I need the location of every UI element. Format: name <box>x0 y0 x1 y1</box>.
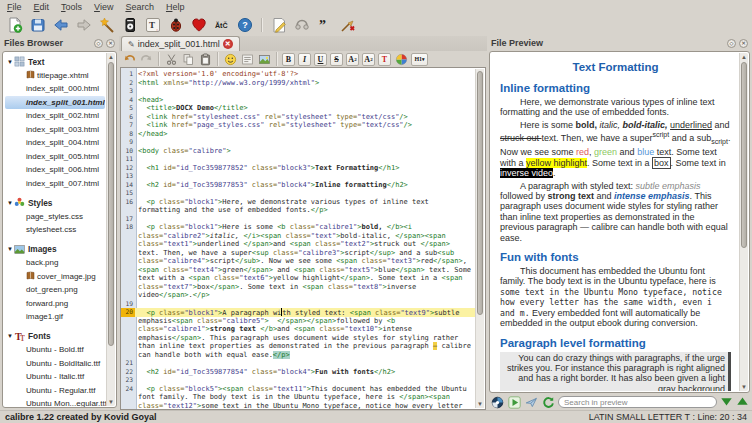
code-line: text. Then, we have a super<sup class="c… <box>121 249 475 258</box>
main-area: Files Browser ◇ ✕ ▼Texttitlepage.xhtmlin… <box>0 36 752 410</box>
spell-check-icon[interactable]: ĂtČ <box>213 16 230 33</box>
code-line: <span class="text4">green</span> and <sp… <box>121 266 475 275</box>
reload-icon[interactable] <box>541 395 555 409</box>
code-editor[interactable]: 1<?xml version='1.0' encoding='utf-8'?>2… <box>120 67 486 410</box>
file-item[interactable]: index_split_001.html <box>5 96 105 110</box>
find-previous-icon[interactable] <box>736 395 749 410</box>
expand-arrow-icon[interactable]: ▼ <box>7 333 14 339</box>
file-item-label: Ubuntu - BoldItalic.ttf <box>26 359 100 368</box>
file-item[interactable]: dot_green.png <box>3 283 116 297</box>
file-item[interactable]: back.png <box>3 256 116 270</box>
editor-scrollbar[interactable]: ▼ <box>475 69 484 408</box>
menu-search[interactable]: Search <box>125 2 154 12</box>
file-item[interactable]: index_split_007.html <box>3 177 116 191</box>
smarten-punctuation-icon[interactable]: ” <box>316 16 333 33</box>
file-item[interactable]: forward.png <box>3 297 116 311</box>
superscript-icon[interactable]: A2 <box>346 53 359 66</box>
file-item[interactable]: Ubuntu - Italic.ttf <box>3 370 116 384</box>
file-preview-dock: File Preview ◇ ✕ Text FormattingInline f… <box>487 36 752 410</box>
menu-help[interactable]: Help <box>166 2 185 12</box>
editor-tab[interactable]: ✎ index_split_001.html ✕ <box>121 36 240 51</box>
expand-arrow-icon[interactable]: ▼ <box>7 200 14 206</box>
preview-search-input[interactable]: Search in preview <box>558 396 717 408</box>
text-color-icon[interactable]: T <box>378 53 391 66</box>
menu-view[interactable]: View <box>94 2 113 12</box>
background-color-icon[interactable] <box>394 53 408 66</box>
float-panel-button[interactable]: ◇ <box>94 39 103 48</box>
file-item[interactable]: stylesheet.css <box>3 223 116 237</box>
insert-character-icon[interactable] <box>223 53 237 66</box>
copy-icon[interactable] <box>181 53 195 66</box>
italic-icon[interactable]: I <box>298 53 311 66</box>
redo-icon[interactable] <box>139 53 153 66</box>
reports-icon[interactable] <box>293 16 310 33</box>
images-category-icon <box>14 244 25 255</box>
file-item[interactable]: index_split_005.html <box>3 150 116 164</box>
file-item[interactable]: cover_image.jpg <box>3 270 116 284</box>
float-panel-button[interactable]: ◇ <box>727 39 736 48</box>
expand-arrow-icon[interactable]: ▼ <box>7 246 14 252</box>
category-fonts[interactable]: ▼TTFonts <box>3 330 116 344</box>
file-item[interactable]: Ubuntu - Bold.ttf <box>3 343 116 357</box>
file-item[interactable]: Ubuntu - Regular.ttf <box>3 384 116 398</box>
file-item[interactable]: Ubuntu - BoldItalic.ttf <box>3 357 116 371</box>
expand-arrow-icon[interactable]: ▼ <box>7 59 14 65</box>
menu-file[interactable]: File <box>7 2 22 12</box>
heading-style-icon[interactable]: H1▾ <box>411 53 428 66</box>
auto-reload-icon[interactable] <box>490 395 504 409</box>
close-tab-icon[interactable]: ✕ <box>223 39 233 49</box>
file-item[interactable]: Ubuntu Mon...egular.ttf <box>3 397 116 408</box>
preview-heading: Paragraph level formatting <box>500 337 731 350</box>
category-images[interactable]: ▼Images <box>3 243 116 257</box>
files-tree-scrollbar[interactable]: ▲ ▼ <box>106 53 115 406</box>
beautify-wand-icon[interactable] <box>98 16 115 33</box>
find-next-icon[interactable] <box>720 395 733 410</box>
file-item[interactable]: titlepage.xhtml <box>3 69 116 83</box>
font-embed-icon[interactable]: T, <box>144 16 161 33</box>
file-item[interactable]: index_split_000.html <box>3 82 116 96</box>
file-item[interactable]: index_split_004.html <box>3 136 116 150</box>
menu-edit[interactable]: Edit <box>34 2 50 12</box>
statusbar-cursor-info: LATIN SMALL LETTER T : Line: 20 : 34 <box>589 412 747 422</box>
paste-icon[interactable] <box>198 53 212 66</box>
cut-icon[interactable] <box>164 53 178 66</box>
underline-icon[interactable]: U <box>314 53 327 66</box>
save-icon[interactable] <box>29 16 46 33</box>
remove-unused-css-icon[interactable] <box>339 16 356 33</box>
category-text[interactable]: ▼Text <box>3 55 116 69</box>
code-line: class="text1">underlined </span>and <spa… <box>121 240 475 249</box>
file-item[interactable]: image1.gif <box>3 310 116 324</box>
check-book-icon[interactable] <box>167 16 184 33</box>
insert-image-icon[interactable] <box>257 53 271 66</box>
file-item[interactable]: index_split_006.html <box>3 163 116 177</box>
insert-special-character-icon[interactable] <box>270 16 287 33</box>
help-icon[interactable]: ? <box>236 16 253 33</box>
code-line: 1<?xml version='1.0' encoding='utf-8'?> <box>121 70 475 79</box>
donate-icon[interactable] <box>190 16 207 33</box>
preview-heading: Inline formatting <box>500 82 731 95</box>
menu-tools[interactable]: Tools <box>61 2 82 12</box>
bold-icon[interactable]: B <box>282 53 295 66</box>
code-line: font family. The body text is in the Ubu… <box>121 393 475 402</box>
close-panel-button[interactable]: ✕ <box>739 39 748 48</box>
preview-scrollbar[interactable]: ▲ ▼ <box>739 53 748 391</box>
close-panel-button[interactable]: ✕ <box>106 39 115 48</box>
book-settings-icon[interactable] <box>121 16 138 33</box>
preview-paragraph: Here, we demonstrate various types of in… <box>500 97 731 118</box>
forward-icon[interactable] <box>75 16 92 33</box>
back-icon[interactable] <box>52 16 69 33</box>
new-file-icon[interactable] <box>6 16 23 33</box>
file-item[interactable]: index_split_003.html <box>3 123 116 137</box>
refresh-preview-icon[interactable] <box>507 395 521 409</box>
sync-position-icon[interactable] <box>524 395 538 409</box>
strikethrough-icon[interactable]: S <box>330 53 343 66</box>
file-item[interactable]: index_split_002.html <box>3 109 116 123</box>
text-category-icon <box>14 56 25 67</box>
subscript-icon[interactable]: A2 <box>362 53 375 66</box>
category-label: Fonts <box>28 331 51 341</box>
file-item[interactable]: page_styles.css <box>3 210 116 224</box>
text-block-icon[interactable] <box>240 53 254 66</box>
undo-icon[interactable] <box>122 53 136 66</box>
code-line: 17 <box>121 215 475 224</box>
category-styles[interactable]: ▼Styles <box>3 196 116 210</box>
